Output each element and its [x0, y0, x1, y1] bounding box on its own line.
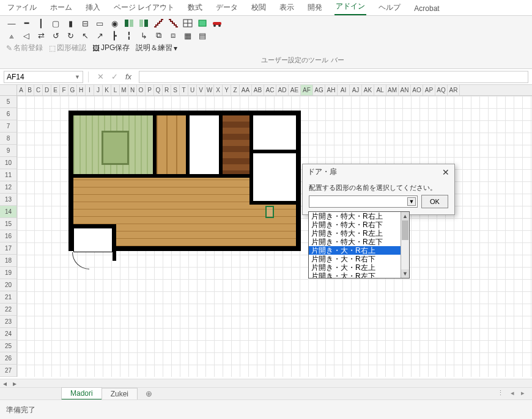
col-header[interactable]: M — [120, 85, 128, 95]
tool-window-icon[interactable]: ▭ — [94, 18, 105, 28]
ribbon-tab-2[interactable]: 挿入 — [84, 1, 102, 15]
col-header[interactable]: D — [43, 85, 51, 95]
tool-line-vert-icon[interactable]: ┃ — [35, 18, 46, 28]
ribbon-tab-10[interactable]: ヘルプ — [377, 1, 402, 15]
cells-area[interactable] — [17, 96, 532, 377]
col-header[interactable]: AA — [240, 85, 252, 95]
col-header[interactable]: V — [197, 85, 205, 95]
accept-formula-icon[interactable]: ✓ — [111, 72, 118, 81]
col-header[interactable]: E — [51, 85, 60, 95]
col-header[interactable]: AH — [325, 85, 338, 95]
col-header[interactable]: AC — [264, 85, 276, 95]
row-header[interactable]: 8 — [0, 133, 17, 145]
jpg-save-button[interactable]: 🖼 JPG保存 — [92, 43, 130, 53]
col-header[interactable]: W — [205, 85, 214, 95]
col-header[interactable]: U — [188, 85, 197, 95]
sheet-tab-options-icon[interactable]: ⋮ ◂ ▸ — [497, 389, 527, 397]
select-all-corner[interactable] — [0, 85, 17, 95]
tool-stairs-down-icon[interactable] — [153, 18, 164, 28]
col-header[interactable]: B — [26, 85, 34, 95]
row-header[interactable]: 17 — [0, 242, 17, 255]
tool-grid2-icon[interactable]: ▤ — [197, 31, 208, 40]
tool-rotate-cw-icon[interactable]: ↻ — [65, 31, 76, 40]
col-header[interactable]: A — [17, 85, 26, 95]
tool-panel-a-icon[interactable] — [124, 18, 135, 28]
list-item[interactable]: 片開き・特大・R右下 — [309, 220, 409, 229]
ribbon-tab-8[interactable]: 開発 — [306, 1, 323, 15]
tool-rotate-ccw-icon[interactable]: ↺ — [50, 31, 61, 40]
row-header[interactable]: 9 — [0, 145, 17, 157]
tool-grid-icon[interactable] — [182, 18, 193, 28]
row-header[interactable]: 6 — [0, 108, 17, 120]
formula-input[interactable] — [139, 71, 528, 83]
tool-move-nw-icon[interactable]: ↖ — [79, 31, 91, 40]
scroll-right-icon[interactable]: ▸ — [10, 379, 20, 388]
name-box[interactable]: AF14 ▼ — [4, 71, 83, 83]
sheet-tab[interactable]: Madori — [61, 387, 102, 400]
col-header[interactable]: C — [34, 85, 43, 95]
row-header[interactable]: 26 — [0, 352, 17, 365]
list-item[interactable]: 片開き・特大・R左上 — [309, 229, 409, 238]
tool-align-v-icon[interactable]: ╏ — [124, 31, 135, 40]
col-header[interactable]: AQ — [435, 85, 448, 95]
scroll-up-icon[interactable]: ▲ — [401, 212, 409, 220]
tool-stairs-up-icon[interactable] — [168, 18, 179, 28]
cancel-formula-icon[interactable]: ✕ — [97, 72, 104, 81]
tool-panel-b-icon[interactable] — [138, 18, 149, 28]
row-header[interactable]: 23 — [0, 316, 17, 328]
row-header[interactable]: 20 — [0, 279, 17, 291]
row-header[interactable]: 22 — [0, 304, 17, 316]
tool-fixture-icon[interactable] — [197, 18, 208, 28]
tool-move-ne-icon[interactable]: ↗ — [94, 31, 105, 40]
scroll-thumb[interactable] — [402, 220, 408, 240]
tool-eraser-icon[interactable]: ⟁ — [6, 31, 17, 40]
tool-square-open-icon[interactable]: ▢ — [50, 18, 61, 28]
col-header[interactable]: N — [128, 85, 137, 95]
dialog-combobox[interactable]: ▼ — [309, 195, 418, 208]
list-item[interactable]: 片開き・大・R左下 — [309, 272, 409, 279]
col-header[interactable]: P — [146, 85, 154, 95]
ribbon-tab-3[interactable]: ページ レイアウト — [113, 1, 175, 15]
col-header[interactable]: I — [86, 85, 94, 95]
row-header[interactable]: 5 — [0, 96, 17, 108]
col-header[interactable]: AE — [289, 85, 301, 95]
col-header[interactable]: L — [111, 85, 120, 95]
row-header[interactable]: 24 — [0, 328, 17, 340]
shape-check-button[interactable]: ⬚ 図形確認 — [49, 43, 86, 53]
list-item[interactable]: 片開き・特大・R右上 — [309, 212, 409, 220]
ribbon-tab-6[interactable]: 校閲 — [250, 1, 267, 15]
col-header[interactable]: AO — [411, 85, 423, 95]
tool-door-icon[interactable]: ⊟ — [79, 18, 91, 28]
dialog-ok-button[interactable]: OK — [421, 195, 448, 208]
col-header[interactable]: AK — [362, 85, 374, 95]
scroll-left-icon[interactable]: ◂ — [0, 379, 10, 388]
dialog-titlebar[interactable]: ドア・扉 ✕ — [303, 164, 454, 180]
col-header[interactable]: K — [103, 85, 111, 95]
col-header[interactable]: AG — [313, 85, 325, 95]
col-header[interactable]: AL — [374, 85, 386, 95]
tool-circle-icon[interactable]: ◉ — [109, 18, 120, 28]
row-header[interactable]: 14 — [0, 206, 17, 218]
dialog-close-icon[interactable]: ✕ — [442, 167, 449, 177]
col-header[interactable]: J — [94, 85, 103, 95]
col-header[interactable]: AI — [338, 85, 350, 95]
col-header[interactable]: R — [163, 85, 171, 95]
ribbon-tab-1[interactable]: ホーム — [49, 1, 73, 15]
row-header[interactable]: 7 — [0, 120, 17, 133]
row-header[interactable]: 19 — [0, 267, 17, 279]
row-header[interactable]: 21 — [0, 291, 17, 304]
tool-prev-icon[interactable]: ◁ — [21, 31, 32, 40]
col-header[interactable]: AR — [448, 85, 460, 95]
col-header[interactable]: AF — [301, 85, 313, 95]
horizontal-scrollbar[interactable]: ◂ ▸ — [0, 379, 532, 387]
col-header[interactable]: AD — [276, 85, 289, 95]
list-item[interactable]: 片開き・大・R左上 — [309, 263, 409, 272]
col-header[interactable]: AP — [423, 85, 435, 95]
add-sheet-button[interactable]: ⊕ — [137, 388, 161, 399]
col-header[interactable]: G — [68, 85, 77, 95]
dialog-dropdown-list[interactable]: 片開き・特大・R右上片開き・特大・R右下片開き・特大・R左上片開き・特大・R左下… — [308, 211, 410, 279]
col-header[interactable]: H — [77, 85, 86, 95]
col-header[interactable]: F — [60, 85, 68, 95]
col-header[interactable]: Y — [223, 85, 231, 95]
scroll-down-icon[interactable]: ▼ — [401, 269, 409, 278]
